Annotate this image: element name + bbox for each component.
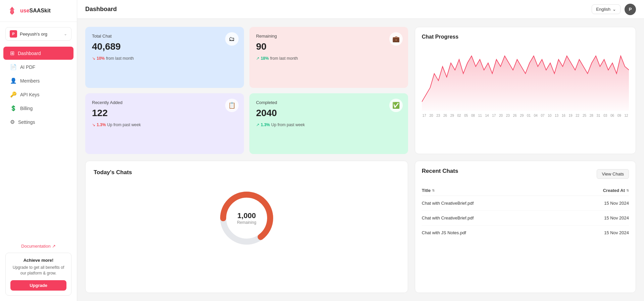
org-selector[interactable]: P Peeyush's org ⌄	[5, 27, 71, 41]
logo-icon	[7, 5, 17, 16]
main: Dashboard English ⌄ P 🗂 Total Chat 40,68…	[77, 0, 644, 301]
logo-text: useSAASkit	[20, 8, 51, 14]
api-keys-icon: 🔑	[10, 91, 17, 98]
sidebar-item-api-keys[interactable]: 🔑 API Keys	[3, 88, 73, 101]
table-row: Chat with CreativeBrief.pdf 15 Nov 2024	[422, 211, 629, 225]
external-link-icon: ↗	[52, 244, 56, 249]
chevron-down-icon: ⌄	[612, 7, 616, 12]
sidebar-item-label: Dashboard	[18, 51, 41, 56]
sidebar-item-label: Settings	[18, 119, 35, 125]
recently-added-icon: 📋	[225, 99, 239, 112]
table-header: Title ⇅ Created At ⇅	[422, 185, 629, 196]
stat-label: Remaining	[256, 34, 401, 39]
remaining-icon: 💼	[389, 32, 403, 46]
col-created-header[interactable]: Created At ⇅	[603, 188, 629, 193]
chevron-down-icon: ⌄	[64, 32, 67, 36]
org-name: Peeyush's org	[20, 32, 61, 37]
stat-label: Completed	[256, 100, 401, 105]
billing-icon: 💲	[10, 105, 17, 111]
stat-label: Total Chat	[92, 34, 237, 39]
settings-icon: ⚙	[10, 119, 15, 125]
chat-created: 15 Nov 2024	[604, 201, 629, 206]
donut-chart: 1,000 Remaining	[216, 188, 277, 248]
trend-up-icon: ↗	[256, 122, 259, 127]
nav-items: ⊞ Dashboard 📄 AI PDF 👤 Members 🔑 API Key…	[0, 43, 77, 238]
language-selector[interactable]: English ⌄	[592, 4, 621, 14]
stat-pct: 18%	[261, 56, 269, 61]
view-chats-button[interactable]: View Chats	[597, 169, 629, 179]
col-title-label: Title	[422, 188, 431, 193]
stat-change-text: from last month	[270, 56, 298, 61]
table-row: Chat with JS Notes.pdf 15 Nov 2024	[422, 225, 629, 240]
stat-value: 90	[256, 41, 401, 52]
sidebar-item-label: Billing	[20, 106, 33, 111]
language-label: English	[596, 7, 610, 12]
stat-value: 40,689	[92, 41, 237, 52]
stat-card-remaining: 💼 Remaining 90 ↗ 18% from last month	[249, 27, 408, 88]
todays-chats-panel: Today's Chats 1,000 Remaining	[85, 161, 408, 293]
stat-change-text: Up from past week	[107, 122, 141, 127]
stat-change-text: Up from past week	[271, 122, 305, 127]
sidebar-item-label: AI PDF	[20, 64, 35, 70]
stat-change: ↗ 18% from last month	[256, 56, 401, 61]
chat-title: Chat with CreativeBrief.pdf	[422, 201, 604, 206]
stat-value: 2040	[256, 108, 401, 118]
ai-pdf-icon: 📄	[10, 64, 17, 70]
recent-chats-title: Recent Chats	[422, 168, 458, 174]
completed-icon: ✅	[389, 99, 403, 112]
stat-change: ↘ 1.3% Up from past week	[92, 122, 237, 127]
chart-svg	[422, 45, 629, 112]
chat-title: Chat with CreativeBrief.pdf	[422, 215, 604, 220]
sidebar-bottom: Documentation ↗ Achieve more! Upgrade to…	[0, 238, 77, 301]
col-created-label: Created At	[603, 188, 625, 193]
chat-progress-panel: Chat Progress 1720232629	[415, 27, 636, 154]
stat-pct: 1.3%	[261, 122, 270, 127]
stats-grid: 🗂 Total Chat 40,689 ↘ 10% from last mont…	[85, 27, 408, 154]
sidebar: useSAASkit P Peeyush's org ⌄ ⊞ Dashboard…	[0, 0, 77, 301]
members-icon: 👤	[10, 78, 17, 84]
table-row: Chat with CreativeBrief.pdf 15 Nov 2024	[422, 196, 629, 211]
stat-card-completed: ✅ Completed 2040 ↗ 1.3% Up from past wee…	[249, 93, 408, 154]
topbar: Dashboard English ⌄ P	[77, 0, 644, 19]
recent-chats-panel: Recent Chats View Chats Title ⇅ Created …	[415, 161, 636, 293]
sidebar-item-settings[interactable]: ⚙ Settings	[3, 115, 73, 129]
docs-link[interactable]: Documentation ↗	[5, 244, 71, 249]
stat-label: Recently Added	[92, 100, 237, 105]
logo: useSAASkit	[0, 0, 77, 22]
sidebar-item-dashboard[interactable]: ⊞ Dashboard	[3, 47, 73, 60]
page-title: Dashboard	[85, 6, 117, 13]
chart-title: Chat Progress	[422, 34, 629, 40]
col-title-header[interactable]: Title ⇅	[422, 188, 603, 193]
trend-down-icon: ↘	[92, 56, 95, 61]
stat-value: 122	[92, 108, 237, 118]
sort-icon: ⇅	[626, 189, 629, 192]
upgrade-box: Achieve more! Upgrade to get all benefit…	[5, 253, 71, 296]
stat-pct: 10%	[97, 56, 105, 61]
chart-area	[422, 45, 629, 112]
dashboard-icon: ⊞	[10, 50, 14, 56]
sort-icon: ⇅	[432, 189, 435, 192]
stat-change-text: from last month	[106, 56, 134, 61]
sidebar-item-label: Members	[20, 78, 40, 84]
trend-down-icon: ↘	[92, 122, 95, 127]
docs-label: Documentation	[21, 244, 50, 249]
topbar-right: English ⌄ P	[592, 4, 636, 15]
stat-pct: 1.3%	[97, 122, 106, 127]
sidebar-item-ai-pdf[interactable]: 📄 AI PDF	[3, 60, 73, 73]
trend-up-icon: ↗	[256, 56, 259, 61]
chart-x-labels: 1720232629020508111417202326290104071013…	[422, 114, 629, 117]
sidebar-item-label: API Keys	[20, 92, 40, 97]
stat-change: ↘ 10% from last month	[92, 56, 237, 61]
chat-created: 15 Nov 2024	[604, 215, 629, 220]
upgrade-desc: Upgrade to get all benefits of our platf…	[10, 265, 66, 276]
donut-center: 1,000 Remaining	[237, 211, 256, 225]
upgrade-button[interactable]: Upgrade	[10, 280, 66, 291]
org-avatar: P	[10, 30, 17, 38]
sidebar-item-billing[interactable]: 💲 Billing	[3, 102, 73, 115]
sidebar-item-members[interactable]: 👤 Members	[3, 74, 73, 87]
todays-chats-title: Today's Chats	[94, 169, 132, 176]
stat-card-recently-added: 📋 Recently Added 122 ↘ 1.3% Up from past…	[85, 93, 244, 154]
user-avatar[interactable]: P	[625, 4, 636, 15]
total-chat-icon: 🗂	[225, 32, 239, 46]
upgrade-title: Achieve more!	[10, 258, 66, 263]
